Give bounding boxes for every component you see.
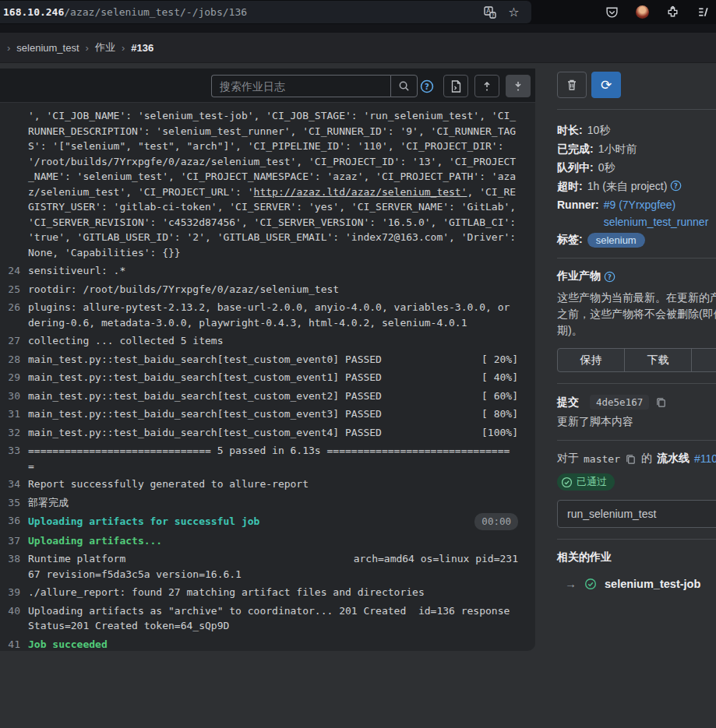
related-job-link[interactable]: selenium_test-job — [605, 578, 700, 590]
log-row-split: Uploading artifacts for successful job00… — [28, 513, 518, 530]
log-line-number[interactable]: 37 — [0, 533, 28, 549]
log-line-number[interactable]: 31 — [0, 406, 28, 422]
log-line-number[interactable]: 24 — [0, 263, 28, 279]
log-search-input[interactable] — [211, 75, 390, 97]
chrome-bottom-strip — [0, 24, 716, 33]
log-row-right: [ 60%] — [481, 389, 518, 404]
tags-label: 标签: — [557, 233, 583, 247]
sidebar-toggle-icon[interactable] — [697, 5, 710, 19]
log-row-left: main_test.py::test_baidu_search[test_cus… — [28, 406, 382, 422]
log-row-text: Uploading artifacts... — [28, 533, 518, 549]
runner-name-link[interactable]: selenium_test_runner — [604, 213, 709, 230]
url-bar[interactable]: 168.10.246/azaz/selenium_test/-/jobs/136… — [0, 1, 531, 23]
log-line-number[interactable]: 38 — [0, 551, 28, 582]
detail-label: 队列中: — [557, 158, 594, 177]
pipeline-status-badge[interactable]: 已通过 — [557, 473, 615, 491]
copy-icon — [655, 396, 667, 408]
log-row-text: 'true', 'GITLAB_USER_ID': '2', 'GITLAB_U… — [28, 230, 518, 245]
log-row-text: 部署完成 — [28, 495, 518, 511]
log-line-number[interactable]: 29 — [0, 370, 28, 385]
log-line-number[interactable]: 26 — [0, 300, 28, 330]
current-job-arrow-icon: → — [565, 577, 577, 590]
log-row-text: Status=201 Created token=64_sQp9D — [28, 618, 518, 634]
timeout-help-icon[interactable]: ? — [670, 180, 682, 192]
log-row-left: main_test.py::test_baidu_search[test_cus… — [28, 370, 382, 385]
log-line-number[interactable]: 36 — [0, 513, 28, 530]
log-line-rows: rootdir: /root/builds/7Yrxpgfe/0/azaz/se… — [28, 282, 535, 297]
copy-icon — [625, 453, 637, 465]
log-row-text: dering-0.6, metadata-3.0.0, playwright-0… — [28, 315, 518, 331]
stage-job-dropdown[interactable]: run_selenium_test — [557, 500, 716, 528]
commit-sha[interactable]: 4de5e167 — [590, 395, 649, 410]
log-line: 33============================== 5 passe… — [0, 443, 535, 473]
log-row-left: main_test.py::test_baidu_search[test_cus… — [28, 389, 382, 404]
scroll-down-icon — [513, 80, 524, 92]
breadcrumb-item-[interactable]: 作业 — [95, 40, 115, 55]
url-text: 168.10.246/azaz/selenium_test/-/jobs/136 — [0, 6, 247, 18]
log-line-number[interactable]: 33 — [0, 443, 28, 473]
scroll-to-bottom-button[interactable] — [506, 75, 531, 97]
log-line-number[interactable]: 41 — [0, 637, 28, 652]
job-detail-row: 时长:10秒 — [557, 121, 716, 139]
log-line: 30main_test.py::test_baidu_search[test_c… — [0, 389, 535, 404]
log-line-number[interactable]: 28 — [0, 352, 28, 368]
log-line-number[interactable]: 39 — [0, 585, 28, 600]
log-line-rows: plugins: allure-pytest-2.13.2, base-url-… — [28, 300, 535, 330]
runner-link[interactable]: #9 (7Yrxpgfee) — [604, 195, 709, 213]
log-text-segment: , 'CI_RE — [467, 186, 517, 198]
detail-value: 0秒 — [598, 158, 615, 177]
log-line-number[interactable]: 27 — [0, 333, 28, 349]
log-line-number[interactable]: 25 — [0, 282, 28, 297]
pipeline-number-link[interactable]: #110 — [694, 452, 716, 465]
log-row-text: Report successfully generated to allure-… — [28, 477, 518, 492]
log-line-rows: main_test.py::test_baidu_search[test_cus… — [28, 425, 535, 441]
pocket-icon[interactable] — [605, 5, 619, 19]
job-detail-row: 队列中:0秒 — [557, 158, 716, 177]
breadcrumb-chevron-icon: › — [7, 42, 10, 54]
detail-value: 10秒 — [587, 121, 611, 139]
pipeline-prefix: 对于 — [557, 452, 579, 466]
detail-value: 1小时前 — [598, 139, 637, 158]
log-line-rows: main_test.py::test_baidu_search[test_cus… — [28, 389, 535, 404]
commit-label: 提交 — [557, 396, 579, 410]
log-row-split: main_test.py::test_baidu_search[test_cus… — [28, 352, 518, 368]
log-line-number[interactable]: 32 — [0, 425, 28, 441]
keep-artifacts-button[interactable]: 保持 — [557, 348, 625, 372]
detail-value: 1h (来自 project)? — [587, 177, 682, 195]
browser-chrome: 168.10.246/azaz/selenium_test/-/jobs/136… — [0, 0, 716, 24]
log-row-split: main_test.py::test_baidu_search[test_cus… — [28, 370, 518, 385]
bookmark-star-icon[interactable]: ☆ — [507, 5, 520, 19]
gitlab-job-page: { "browser": { "host": "168.10.246", "pa… — [0, 0, 716, 728]
log-line-number[interactable]: 40 — [0, 603, 28, 634]
breadcrumb-item-seleniumtest[interactable]: selenium_test — [16, 42, 79, 54]
commit-message: 更新了脚本内容 — [557, 415, 716, 429]
retry-job-button[interactable]: ⟳ — [591, 72, 621, 98]
breadcrumb-item-136: #136 — [131, 42, 153, 54]
raw-log-button[interactable] — [443, 75, 468, 97]
artifacts-help-icon[interactable]: ? — [604, 271, 615, 283]
search-help-icon[interactable]: ? — [419, 79, 434, 93]
log-line-number[interactable]: 35 — [0, 495, 28, 511]
breadcrumb-chevron-icon: › — [122, 42, 125, 54]
log-line: 26plugins: allure-pytest-2.13.2, base-ur… — [0, 300, 535, 330]
download-artifacts-button[interactable]: 下载 — [624, 348, 692, 372]
copy-commit-sha-button[interactable] — [655, 396, 667, 408]
search-button[interactable] — [390, 75, 418, 97]
log-line-number[interactable]: 34 — [0, 477, 28, 492]
pipeline-mid-text: 的 — [641, 452, 652, 466]
log-url-link[interactable]: http://azaz.ltd/azaz/selenium_test' — [254, 186, 467, 198]
copy-ref-button[interactable] — [625, 453, 637, 465]
browse-artifacts-button[interactable] — [691, 348, 716, 372]
artifacts-title: 作业产物 — [557, 269, 601, 283]
erase-job-log-button[interactable] — [557, 72, 587, 98]
pipeline-ref[interactable]: master — [584, 453, 620, 465]
log-row-text: 67 revision=f5da3c5a version=16.6.1 — [28, 567, 518, 582]
extensions-puzzle-icon[interactable] — [666, 5, 679, 19]
log-row-text: None, 'Capabilities': {}} — [28, 245, 518, 261]
profile-avatar[interactable] — [636, 5, 649, 19]
log-line-rows: Job succeeded — [28, 637, 535, 652]
artifacts-description-line: 之前，这些产物将不会被删除(即使它们已过 — [557, 306, 716, 322]
log-line-number[interactable]: 30 — [0, 389, 28, 404]
translate-icon[interactable]: A ? — [483, 5, 496, 19]
scroll-to-top-button[interactable] — [474, 75, 499, 97]
